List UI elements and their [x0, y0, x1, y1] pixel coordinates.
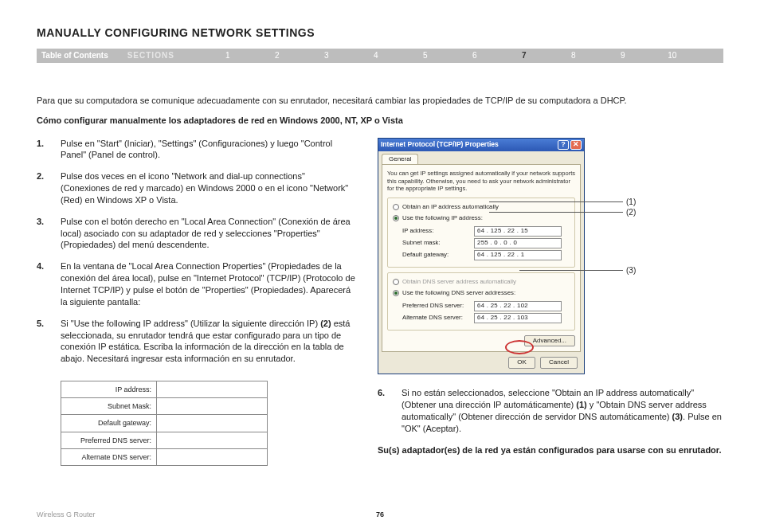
close-icon[interactable]: ✕ [570, 140, 582, 150]
cancel-button[interactable]: Cancel [540, 357, 578, 369]
leader-1 [489, 201, 623, 202]
radio-use-ip-label: Use the following IP address: [402, 214, 483, 223]
nav-9[interactable]: 9 [598, 50, 648, 61]
nav-5[interactable]: 5 [401, 50, 450, 61]
ok-highlight-circle [505, 340, 534, 354]
nav-2[interactable]: 2 [253, 50, 302, 61]
step-4: En la ventana de "Local Area Connection … [61, 261, 355, 307]
subheading: Cómo configurar manualmente los adaptado… [37, 115, 723, 127]
nav-8[interactable]: 8 [549, 50, 598, 61]
section-nav: Table of Contents SECTIONS 1 2 3 4 5 6 7… [37, 49, 723, 63]
page-title: MANUALLY CONFIGURING NETWORK SETTINGS [37, 25, 723, 41]
intro-text: Para que su computadora se comunique ade… [37, 95, 723, 107]
step-2: Pulse dos veces en el icono "Network and… [61, 171, 348, 205]
gw-field[interactable]: 64 . 125 . 22 . 1 [474, 250, 562, 260]
tbl-mask-cell[interactable] [157, 398, 268, 415]
dialog-title: Internet Protocol (TCP/IP) Properties [381, 140, 556, 149]
tbl-ip-cell[interactable] [157, 381, 268, 398]
step-6: 6. Si no están seleccionados, seleccione… [378, 387, 723, 434]
tbl-ip-label: IP address: [61, 381, 157, 398]
conclusion-text: Su(s) adaptador(es) de la red ya están c… [378, 444, 723, 456]
pdns-label: Preferred DNS server: [402, 302, 474, 311]
leader-2 [489, 212, 623, 213]
nav-4[interactable]: 4 [351, 50, 401, 61]
tbl-pdns-cell[interactable] [157, 432, 268, 448]
callout-2: (2) [626, 207, 636, 218]
radio-use-dns[interactable] [393, 290, 399, 296]
mask-label: Subnet mask: [402, 239, 474, 248]
radio-auto-ip[interactable] [393, 204, 399, 210]
sections-label: SECTIONS [127, 50, 174, 61]
page-footer: Wireless G Router 76 [37, 510, 723, 519]
callout-1: (1) [626, 197, 636, 208]
nav-3[interactable]: 3 [302, 50, 351, 61]
step-3: Pulse con el botón derecho en "Local Are… [61, 217, 351, 250]
radio-use-dns-label: Use the following DNS server addresses: [402, 289, 515, 298]
mask-field[interactable]: 255 . 0 . 0 . 0 [474, 238, 562, 248]
radio-use-ip[interactable] [393, 215, 399, 221]
tab-general[interactable]: General [382, 154, 418, 165]
tbl-gw-label: Default gateway: [61, 415, 157, 432]
toc-link[interactable]: Table of Contents [41, 50, 108, 61]
nav-1[interactable]: 1 [203, 50, 253, 61]
step-5: Si "Use the following IP address" (Utili… [61, 319, 350, 364]
leader-3 [519, 270, 623, 271]
help-icon[interactable]: ? [558, 140, 569, 150]
radio-auto-ip-label: Obtain an IP address automatically [402, 203, 499, 212]
tbl-adns-label: Alternate DNS server: [61, 448, 157, 465]
adns-field[interactable]: 64 . 25 . 22 . 103 [474, 313, 562, 323]
ip-label: IP address: [402, 227, 474, 236]
radio-auto-dns-label: Obtain DNS server address automatically [402, 278, 516, 287]
steps-list: 1.Pulse en "Start" (Iniciar), "Settings"… [37, 138, 355, 366]
ip-field[interactable]: 64 . 125 . 22 . 15 [474, 226, 562, 237]
page-number: 76 [37, 510, 723, 519]
ok-button[interactable]: OK [508, 357, 535, 369]
nav-10[interactable]: 10 [648, 50, 697, 61]
tbl-mask-label: Subnet Mask: [61, 398, 157, 415]
ip-entry-table: IP address: Subnet Mask: Default gateway… [61, 381, 268, 466]
pdns-field[interactable]: 64 . 25 . 22 . 102 [474, 301, 562, 311]
tbl-pdns-label: Preferred DNS server: [61, 432, 157, 448]
dialog-info: You can get IP settings assigned automat… [387, 170, 575, 192]
tbl-adns-cell[interactable] [157, 448, 268, 465]
nav-6[interactable]: 6 [450, 50, 499, 61]
gw-label: Default gateway: [402, 251, 474, 260]
callout-3: (3) [626, 265, 636, 276]
nav-7[interactable]: 7 [499, 50, 549, 61]
radio-auto-dns[interactable] [393, 279, 399, 285]
tcpip-dialog-screenshot: Internet Protocol (TCP/IP) Properties ? … [378, 138, 723, 375]
adns-label: Alternate DNS server: [402, 314, 474, 323]
step-1: Pulse en "Start" (Iniciar), "Settings" (… [61, 139, 332, 160]
tbl-gw-cell[interactable] [157, 415, 268, 432]
